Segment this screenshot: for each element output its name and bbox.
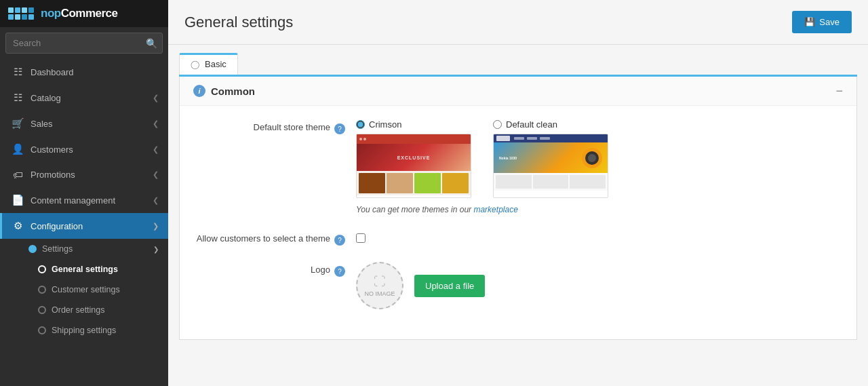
sub-dot-icon (38, 286, 46, 294)
sub-item-label: Customer settings (52, 285, 120, 294)
sidebar-header: nopCommerce (0, 0, 168, 27)
sidebar-sub-shipping-settings[interactable]: Shipping settings (0, 320, 168, 341)
sub-item-label: Shipping settings (52, 326, 116, 335)
sidebar-item-label: Customers (31, 144, 146, 155)
allow-select-row: Allow customers to select a theme ? (196, 231, 840, 246)
collapse-button[interactable]: − (835, 85, 843, 97)
chevron-icon: ❮ (153, 145, 159, 154)
marketplace-text: You can get more themes in our marketpla… (356, 205, 840, 214)
chevron-icon: ❮ (153, 170, 159, 179)
logo-label-text: Logo (311, 265, 330, 275)
sidebar-item-label: Promotions (31, 170, 146, 180)
theme-control: Crimson (356, 119, 840, 214)
logo-control: ⛶ NO IMAGE Upload a file (356, 262, 840, 309)
promotions-icon: 🏷 (12, 169, 24, 180)
allow-select-label: Allow customers to select a theme ? (196, 231, 345, 246)
allow-select-label-text: Allow customers to select a theme (197, 233, 330, 244)
allow-select-control (356, 231, 840, 245)
theme-radio-crimson[interactable] (356, 120, 365, 129)
sub-dot-icon (28, 245, 37, 253)
sidebar-sub-order-settings[interactable]: Order settings (0, 300, 168, 320)
brand-name: nopCommerce (41, 7, 118, 20)
logo-help-icon[interactable]: ? (334, 266, 345, 277)
sidebar-sub-settings[interactable]: Settings ❯ (0, 239, 168, 259)
dashboard-icon: ☷ (12, 66, 24, 78)
allow-select-checkbox[interactable] (356, 233, 366, 243)
theme-label-clean: Default clean (506, 119, 557, 130)
sidebar-item-label: Dashboard (31, 67, 159, 77)
sidebar-item-label: Catalog (31, 93, 146, 103)
sidebar-item-catalog[interactable]: ☷ Catalog ❮ (0, 85, 168, 111)
logo-row: Logo ? ⛶ NO IMAGE Upload a file (196, 262, 840, 309)
logo-dot (22, 7, 27, 13)
logo-dot (28, 14, 34, 20)
theme-radio-row-crimson: Crimson (356, 119, 401, 130)
configuration-icon: ⚙ (12, 220, 24, 232)
logo-dot (28, 7, 34, 13)
sub-dot-icon (38, 326, 46, 334)
no-image-text: NO IMAGE (364, 290, 395, 297)
sidebar-item-customers[interactable]: 👤 Customers ❮ (0, 136, 168, 162)
main-content: General settings 💾 Save ◯ Basic i Common… (168, 0, 868, 386)
allow-select-help-icon[interactable]: ? (334, 235, 345, 246)
sidebar: nopCommerce 🔍 ☷ Dashboard ☷ Catalog ❮ 🛒 … (0, 0, 168, 386)
upload-file-button[interactable]: Upload a file (414, 275, 485, 297)
sidebar-item-content[interactable]: 📄 Content management ❮ (0, 187, 168, 213)
save-icon: 💾 (804, 17, 815, 27)
common-section-header: i Common − (180, 77, 856, 106)
sub-item-label: General settings (52, 265, 118, 274)
sidebar-sub-general-settings[interactable]: General settings (0, 259, 168, 279)
no-image-icon: ⛶ (374, 275, 386, 289)
logo-upload-area: ⛶ NO IMAGE Upload a file (356, 262, 840, 309)
sidebar-item-dashboard[interactable]: ☷ Dashboard (0, 59, 168, 85)
tab-basic[interactable]: ◯ Basic (179, 53, 238, 75)
theme-radio-row-clean: Default clean (493, 119, 557, 130)
sub-dot-icon (38, 265, 46, 273)
theme-label: Default store theme ? (196, 119, 345, 134)
catalog-icon: ☷ (12, 92, 24, 104)
search-icon: 🔍 (146, 38, 157, 49)
logo-dot (8, 7, 14, 13)
chevron-down-icon: ❯ (153, 246, 159, 253)
theme-option-crimson: Crimson (356, 119, 471, 198)
sidebar-item-label: Configuration (31, 221, 146, 231)
search-input[interactable] (5, 33, 163, 54)
logo-label: Logo ? (196, 262, 345, 277)
marketplace-link[interactable]: marketplace (473, 205, 517, 214)
logo-dot (22, 14, 27, 20)
theme-radio-clean[interactable] (493, 120, 502, 129)
sidebar-item-sales[interactable]: 🛒 Sales ❮ (0, 111, 168, 136)
page-header: General settings 💾 Save (168, 0, 868, 45)
save-label: Save (819, 17, 840, 27)
logo-dot (8, 14, 14, 20)
logo-dot (15, 7, 20, 13)
sidebar-item-configuration[interactable]: ⚙ Configuration ❯ (0, 213, 168, 239)
info-icon: i (193, 85, 205, 97)
sidebar-item-label: Content management (31, 195, 146, 206)
tab-icon: ◯ (191, 60, 199, 69)
section-title-text: Common (211, 85, 255, 97)
sidebar-item-promotions[interactable]: 🏷 Promotions ❮ (0, 162, 168, 187)
save-button[interactable]: 💾 Save (792, 11, 852, 33)
sidebar-item-label: Sales (31, 119, 146, 129)
search-box: 🔍 (5, 33, 163, 54)
chevron-down-icon: ❯ (153, 222, 159, 231)
theme-label-text: Default store theme (254, 122, 330, 132)
logo-dot (15, 14, 20, 20)
theme-label-crimson: Crimson (369, 119, 401, 130)
sidebar-sub-customer-settings[interactable]: Customer settings (0, 279, 168, 300)
page-title: General settings (184, 14, 293, 31)
sub-item-label: Settings (42, 244, 73, 254)
content-icon: 📄 (12, 194, 24, 206)
theme-setting-row: Default store theme ? Crimson (196, 119, 840, 214)
content-area: i Common − Default store theme ? (179, 77, 857, 340)
tab-label: Basic (205, 59, 226, 69)
chevron-icon: ❮ (153, 94, 159, 102)
theme-option-clean: Default clean (493, 119, 608, 198)
theme-help-icon[interactable]: ? (334, 123, 345, 134)
theme-preview-clean[interactable]: Nokia 1030 (493, 134, 608, 198)
chevron-icon: ❮ (153, 119, 159, 128)
settings-body: Default store theme ? Crimson (180, 106, 856, 339)
no-image-placeholder: ⛶ NO IMAGE (356, 262, 403, 309)
theme-preview-crimson[interactable] (356, 134, 471, 198)
